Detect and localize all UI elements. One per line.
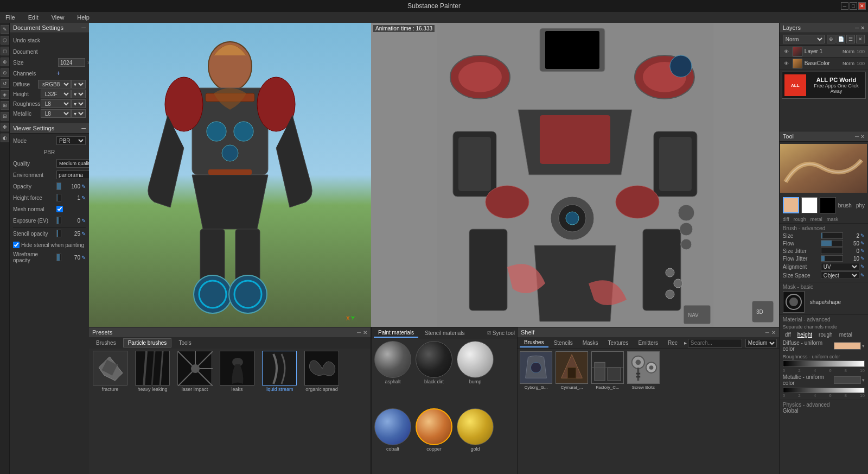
mesh-normal-checkbox[interactable] <box>56 206 63 212</box>
layer-icon-4[interactable]: ✕ <box>856 35 865 43</box>
exposure-slider[interactable]: 0 <box>56 217 80 224</box>
swatch-black[interactable] <box>820 197 836 213</box>
diffuse-color-arrow[interactable]: ▾ <box>862 343 865 349</box>
mat-tab-rough[interactable]: rough <box>816 331 835 338</box>
tab-brushes[interactable]: Brushes <box>91 338 121 347</box>
wireframe-slider[interactable]: 70 <box>56 254 80 261</box>
add-channel-button[interactable]: + <box>56 69 60 77</box>
shelf-search-input[interactable] <box>688 339 742 347</box>
tab-paint-materials[interactable]: Paint materials <box>374 328 418 338</box>
preset-laser-impact[interactable]: laser impact <box>176 351 214 472</box>
brush-size-space-edit[interactable]: ✎ <box>860 273 865 278</box>
wireframe-edit[interactable]: ✎ <box>81 255 86 261</box>
layers-minimize[interactable]: ─ <box>855 25 859 31</box>
menu-help[interactable]: Help <box>74 13 93 22</box>
tool-icon-5[interactable]: ⊙ <box>1 68 9 77</box>
preset-organic-spread[interactable]: organic spread <box>303 351 341 472</box>
preset-fracture[interactable]: fracture <box>91 351 129 472</box>
tool-icon-7[interactable]: ◈ <box>1 90 9 99</box>
mat-tab-height[interactable]: height <box>795 331 814 338</box>
maximize-button[interactable]: □ <box>850 2 857 10</box>
mat-tab-metal[interactable]: metal <box>837 331 854 338</box>
presets-close[interactable]: ✕ <box>363 330 367 336</box>
shelf-item-factory[interactable]: Factory_C... <box>591 351 624 472</box>
tool-icon-1[interactable]: ✎ <box>1 25 9 34</box>
viewer-settings-header[interactable]: Viewer Settings ─ <box>10 123 89 134</box>
blend-mode-select[interactable]: Norm Add Mul <box>783 35 825 43</box>
layer-icon-1[interactable]: ⊕ <box>827 35 835 43</box>
shelf-tab-more[interactable]: ▸ <box>684 340 687 346</box>
viewer-settings-collapse[interactable]: ─ <box>81 125 86 131</box>
exposure-edit[interactable]: ✎ <box>81 218 86 224</box>
tab-particle-brushes[interactable]: Particle brushes <box>123 338 172 347</box>
tab-stencil-materials[interactable]: Stencil materials <box>420 329 469 337</box>
roughness-format-select[interactable]: L8 <box>41 99 71 108</box>
layer-icon-2[interactable]: 📄 <box>837 35 845 43</box>
mode-select[interactable]: PBR <box>56 136 86 145</box>
diffuse-format-select[interactable]: sRGB8 <box>38 80 71 89</box>
preset-heavy-leaking[interactable]: heavy leaking <box>133 351 171 472</box>
environment-input[interactable] <box>56 170 89 179</box>
height-dropdown[interactable]: ▾ <box>71 90 86 98</box>
brush-size-slider[interactable] <box>821 232 843 239</box>
height-format-select[interactable]: L32F <box>41 90 71 98</box>
brush-size-edit[interactable]: ✎ <box>860 233 865 238</box>
brush-flow-jitter-edit[interactable]: ✎ <box>860 256 865 261</box>
tool-icon-3[interactable]: ◻ <box>1 47 9 55</box>
shelf-tab-textures[interactable]: Textures <box>604 339 633 347</box>
viewport-3d[interactable]: X Y <box>89 23 371 327</box>
size-input-w[interactable] <box>58 58 85 67</box>
shelf-item-screw-bolts[interactable]: Screw Bolts <box>627 351 660 472</box>
metallic-dropdown[interactable]: ▾ <box>71 109 86 118</box>
layer-item-basecolor[interactable]: 👁 BaseColor Norm 100 <box>780 58 868 69</box>
menu-edit[interactable]: Edit <box>25 13 42 22</box>
metallic-color-swatch[interactable] <box>834 376 861 384</box>
opacity-slider[interactable]: 100 <box>56 182 80 190</box>
shelf-tab-stencils[interactable]: Stencils <box>550 339 577 347</box>
diffuse-dropdown[interactable]: ▾ <box>71 80 86 89</box>
layer-visibility-1[interactable]: 👁 <box>783 48 790 55</box>
layer-icon-3[interactable]: ☰ <box>846 35 855 43</box>
close-button[interactable]: ✕ <box>858 2 866 10</box>
quality-select[interactable]: Medium quality (16 spp) <box>56 159 89 168</box>
doc-settings-collapse[interactable]: ─ <box>81 24 86 31</box>
mat-cobalt[interactable]: cobalt <box>374 408 412 472</box>
preset-leaks[interactable]: leaks <box>218 351 256 472</box>
stencil-opacity-slider[interactable]: 25 <box>56 230 80 237</box>
opacity-edit[interactable]: ✎ <box>81 184 86 189</box>
height-force-slider[interactable]: 1 <box>56 194 80 201</box>
metallic-color-arrow[interactable]: ▾ <box>862 377 865 383</box>
shelf-minimize[interactable]: ─ <box>765 330 769 336</box>
preset-liquid-stream[interactable]: liquid stream <box>260 351 298 472</box>
tool-icon-4[interactable]: ⊕ <box>1 58 9 66</box>
tool-minimize[interactable]: ─ <box>855 134 859 140</box>
brush-alignment-edit[interactable]: ✎ <box>860 264 865 269</box>
brush-flow-jitter-slider[interactable] <box>821 255 843 262</box>
layer-visibility-2[interactable]: 👁 <box>783 60 790 67</box>
tool-icon-8[interactable]: ⊞ <box>1 101 9 110</box>
shelf-tab-emitters[interactable]: Emitters <box>634 339 662 347</box>
roughness-dropdown[interactable]: ▾ <box>71 99 86 108</box>
shelf-close[interactable]: ✕ <box>771 330 776 336</box>
brush-size-jitter-slider[interactable] <box>821 248 843 254</box>
hide-stencil-checkbox[interactable] <box>13 242 20 248</box>
mat-tab-dff[interactable]: dff <box>783 331 793 338</box>
shelf-tab-masks[interactable]: Masks <box>578 339 603 347</box>
doc-settings-header[interactable]: Document Settings ─ <box>10 23 89 33</box>
swatch-white[interactable] <box>801 197 818 213</box>
brush-size-jitter-edit[interactable]: ✎ <box>860 248 865 254</box>
diffuse-color-swatch[interactable] <box>834 342 861 350</box>
tool-icon-11[interactable]: ◐ <box>1 134 9 142</box>
shelf-item-cyborg[interactable]: Cyborg_G... <box>520 351 552 472</box>
shelf-item-cymurai[interactable]: Cymurai_... <box>556 351 588 472</box>
minimize-button[interactable]: ─ <box>841 2 848 10</box>
brush-flow-slider[interactable] <box>821 240 843 247</box>
brush-flow-edit[interactable]: ✎ <box>860 241 865 246</box>
stencil-opacity-edit[interactable]: ✎ <box>81 231 86 237</box>
shelf-tab-rec[interactable]: Rec <box>663 339 682 347</box>
mat-copper[interactable]: copper <box>415 408 453 472</box>
tool-icon-2[interactable]: ⬡ <box>1 36 9 45</box>
presets-minimize[interactable]: ─ <box>357 330 361 336</box>
height-force-edit[interactable]: ✎ <box>81 195 86 201</box>
brush-size-space-select[interactable]: ObjectWorld <box>821 271 859 279</box>
